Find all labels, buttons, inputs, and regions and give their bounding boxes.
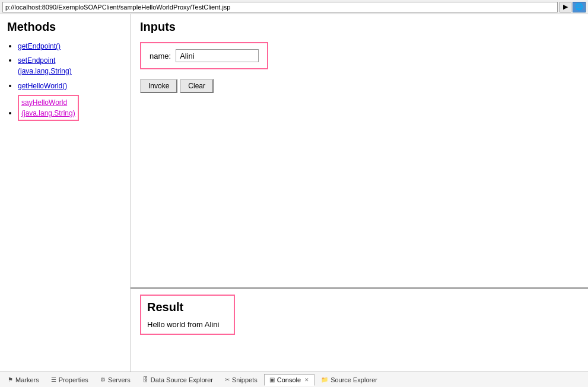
result-title: Result bbox=[147, 300, 228, 314]
button-row: Invoke Clear bbox=[140, 79, 579, 93]
snippets-icon: ✂ bbox=[225, 376, 230, 383]
tab-snippets[interactable]: ✂ Snippets bbox=[220, 374, 263, 386]
input-row: name: bbox=[150, 49, 259, 62]
invoke-button[interactable]: Invoke bbox=[140, 79, 177, 93]
markers-icon: ⚑ bbox=[8, 376, 13, 383]
methods-title: Methods bbox=[7, 20, 123, 34]
methods-list: getEndpoint() setEndpoint(java.lang.Stri… bbox=[7, 41, 123, 121]
name-label: name: bbox=[150, 52, 171, 60]
console-close-icon[interactable]: ✕ bbox=[304, 377, 309, 383]
tab-console-label: Console bbox=[277, 376, 301, 383]
right-panel: Inputs name: Invoke Clear Result Hello w… bbox=[131, 14, 588, 372]
tab-markers[interactable]: ⚑ Markers bbox=[2, 374, 45, 386]
tab-servers-label: Servers bbox=[108, 376, 131, 383]
method-item-setendpoint: setEndpoint(java.lang.String) bbox=[18, 55, 123, 76]
method-item-getendpoint: getEndpoint() bbox=[18, 41, 123, 52]
address-bar: ▶ 🌐 bbox=[0, 0, 588, 14]
tab-properties-label: Properties bbox=[59, 376, 88, 383]
method-link-gethelloworld[interactable]: getHelloWorld() bbox=[18, 82, 67, 90]
method-item-sayhelloworld: sayHelloWorld(java.lang.String) bbox=[18, 95, 123, 121]
tab-properties[interactable]: ☰ Properties bbox=[46, 374, 94, 386]
tab-sourceexplorer-label: Source Explorer bbox=[330, 376, 377, 383]
methods-panel: Methods getEndpoint() setEndpoint(java.l… bbox=[0, 14, 131, 372]
main-content: Methods getEndpoint() setEndpoint(java.l… bbox=[0, 14, 588, 372]
tab-markers-label: Markers bbox=[15, 376, 39, 383]
clear-button[interactable]: Clear bbox=[180, 79, 214, 93]
tab-sourceexplorer[interactable]: 📁 Source Explorer bbox=[316, 374, 383, 386]
sourceexplorer-icon: 📁 bbox=[321, 376, 328, 383]
method-item-gethelloworld: getHelloWorld() bbox=[18, 81, 123, 91]
tab-snippets-label: Snippets bbox=[232, 376, 258, 383]
inputs-title: Inputs bbox=[140, 20, 579, 34]
result-section: Result Hello world from Alini bbox=[131, 289, 588, 372]
go-button[interactable]: ▶ bbox=[560, 2, 571, 12]
tab-servers[interactable]: ⚙ Servers bbox=[95, 374, 136, 386]
method-link-setendpoint[interactable]: setEndpoint(java.lang.String) bbox=[18, 56, 72, 75]
servers-icon: ⚙ bbox=[100, 376, 106, 383]
name-input[interactable] bbox=[176, 49, 259, 62]
method-link-sayhelloworld[interactable]: sayHelloWorld(java.lang.String) bbox=[21, 98, 75, 117]
tab-datasource[interactable]: 🗄 Data Source Explorer bbox=[137, 374, 218, 386]
tab-datasource-label: Data Source Explorer bbox=[151, 376, 213, 383]
tab-console[interactable]: ▣ Console ✕ bbox=[264, 374, 314, 386]
inputs-section: Inputs name: Invoke Clear bbox=[131, 14, 588, 289]
result-box: Result Hello world from Alini bbox=[140, 295, 235, 335]
input-box: name: bbox=[140, 42, 268, 69]
method-highlight-box: sayHelloWorld(java.lang.String) bbox=[18, 95, 79, 121]
nav-icon[interactable]: 🌐 bbox=[573, 2, 586, 12]
datasource-icon: 🗄 bbox=[142, 376, 148, 383]
console-icon: ▣ bbox=[269, 376, 275, 383]
result-text: Hello world from Alini bbox=[147, 320, 228, 329]
url-input[interactable] bbox=[2, 2, 558, 12]
properties-icon: ☰ bbox=[51, 376, 56, 383]
method-link-getendpoint[interactable]: getEndpoint() bbox=[18, 42, 61, 50]
tab-bar: ⚑ Markers ☰ Properties ⚙ Servers 🗄 Data … bbox=[0, 372, 588, 387]
